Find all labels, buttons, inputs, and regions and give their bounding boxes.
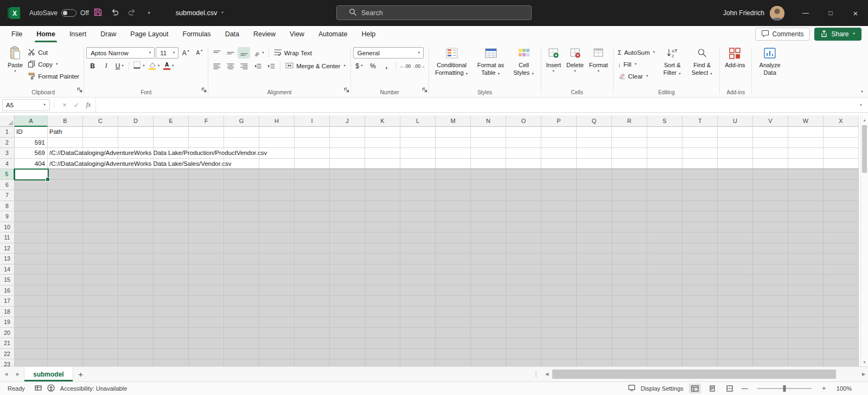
cell-H2[interactable]	[259, 138, 295, 148]
cell-S8[interactable]	[647, 201, 682, 212]
analyze-data-button[interactable]: Analyze Data	[754, 44, 786, 79]
cell-U6[interactable]	[718, 180, 753, 191]
row-header-4[interactable]: 4	[0, 159, 15, 170]
cell-G15[interactable]	[224, 275, 259, 286]
cell-F21[interactable]	[189, 338, 224, 349]
bold-button[interactable]: B	[86, 60, 99, 72]
cell-H7[interactable]	[259, 190, 295, 201]
row-header-12[interactable]: 12	[0, 243, 15, 254]
cell-G2[interactable]	[224, 138, 259, 148]
row-header-9[interactable]: 9	[0, 211, 15, 222]
cell-T7[interactable]	[682, 190, 718, 201]
cell-V8[interactable]	[753, 201, 788, 212]
cell-B10[interactable]	[48, 222, 83, 233]
tab-draw[interactable]: Draw	[93, 26, 123, 42]
cell-T1[interactable]	[682, 127, 718, 138]
formula-bar-splitter[interactable]: ⋮	[50, 102, 59, 108]
cell-W16[interactable]	[788, 286, 824, 296]
cell-F12[interactable]	[189, 243, 224, 254]
cell-E13[interactable]	[154, 254, 189, 264]
cell-U1[interactable]	[718, 127, 753, 138]
cell-R23[interactable]	[612, 359, 647, 366]
cell-P13[interactable]	[541, 254, 577, 264]
cell-K11[interactable]	[365, 232, 400, 243]
cell-B15[interactable]	[48, 275, 83, 286]
cell-N5[interactable]	[471, 169, 506, 180]
cell-J15[interactable]	[330, 275, 365, 286]
cell-F8[interactable]	[189, 201, 224, 212]
cell-K12[interactable]	[365, 243, 400, 254]
cell-B19[interactable]	[48, 317, 83, 328]
cell-L5[interactable]	[400, 169, 436, 180]
cell-D5[interactable]	[118, 169, 154, 180]
cell-O12[interactable]	[506, 243, 541, 254]
cell-V19[interactable]	[753, 317, 788, 328]
cell-F5[interactable]	[189, 169, 224, 180]
cell-D20[interactable]	[118, 328, 154, 339]
normal-view-button[interactable]	[689, 384, 701, 393]
cell-A5[interactable]	[15, 169, 48, 180]
scroll-up-button[interactable]: ▲	[861, 115, 868, 124]
cell-U18[interactable]	[718, 307, 753, 318]
cell-J12[interactable]	[330, 243, 365, 254]
cell-T23[interactable]	[682, 359, 718, 366]
cell-N22[interactable]	[471, 349, 506, 360]
cell-E2[interactable]	[154, 138, 189, 148]
row-header-7[interactable]: 7	[0, 190, 15, 201]
tab-file[interactable]: File	[4, 26, 29, 42]
cell-J11[interactable]	[330, 232, 365, 243]
cell-R9[interactable]	[612, 211, 647, 222]
cell-E22[interactable]	[154, 349, 189, 360]
delete-cells-button[interactable]: Delete ▼	[564, 44, 586, 75]
cell-G14[interactable]	[224, 264, 259, 275]
cell-T13[interactable]	[682, 254, 718, 264]
cell-D14[interactable]	[118, 264, 154, 275]
redo-button[interactable]	[124, 5, 139, 21]
cell-V9[interactable]	[753, 211, 788, 222]
cell-V14[interactable]	[753, 264, 788, 275]
cell-X3[interactable]	[824, 148, 859, 159]
cell-N16[interactable]	[471, 286, 506, 296]
cell-L4[interactable]	[400, 159, 436, 170]
cell-D2[interactable]	[118, 138, 154, 148]
cell-A15[interactable]	[15, 275, 48, 286]
cell-P19[interactable]	[541, 317, 577, 328]
cell-B16[interactable]	[48, 286, 83, 296]
cell-O10[interactable]	[506, 222, 541, 233]
row-header-16[interactable]: 16	[0, 286, 15, 296]
insert-cells-button[interactable]: Insert ▼	[544, 44, 564, 75]
cell-T12[interactable]	[682, 243, 718, 254]
cell-J1[interactable]	[330, 127, 365, 138]
cell-I2[interactable]	[295, 138, 330, 148]
cell-A19[interactable]	[15, 317, 48, 328]
cell-Q12[interactable]	[577, 243, 612, 254]
cell-O2[interactable]	[506, 138, 541, 148]
cell-M17[interactable]	[436, 296, 471, 307]
cell-F22[interactable]	[189, 349, 224, 360]
cell-L3[interactable]	[400, 148, 436, 159]
increase-decimal-button[interactable]: ←.00	[399, 60, 412, 72]
cell-K14[interactable]	[365, 264, 400, 275]
column-header-X[interactable]: X	[824, 115, 859, 127]
cell-W3[interactable]	[788, 148, 824, 159]
cell-C12[interactable]	[83, 243, 118, 254]
cell-X21[interactable]	[824, 338, 859, 349]
cell-X7[interactable]	[824, 190, 859, 201]
row-header-21[interactable]: 21	[0, 338, 15, 349]
row-header-3[interactable]: 3	[0, 148, 15, 159]
cell-M23[interactable]	[436, 359, 471, 366]
scroll-down-button[interactable]: ▼	[861, 358, 868, 366]
cell-E14[interactable]	[154, 264, 189, 275]
cell-R13[interactable]	[612, 254, 647, 264]
cell-W7[interactable]	[788, 190, 824, 201]
cell-G8[interactable]	[224, 201, 259, 212]
cell-H16[interactable]	[259, 286, 295, 296]
cell-K13[interactable]	[365, 254, 400, 264]
cell-J8[interactable]	[330, 201, 365, 212]
cell-B23[interactable]	[48, 359, 83, 366]
cell-U16[interactable]	[718, 286, 753, 296]
cell-P18[interactable]	[541, 307, 577, 318]
save-button[interactable]	[91, 5, 106, 21]
cell-G12[interactable]	[224, 243, 259, 254]
cell-I4[interactable]	[295, 159, 330, 170]
